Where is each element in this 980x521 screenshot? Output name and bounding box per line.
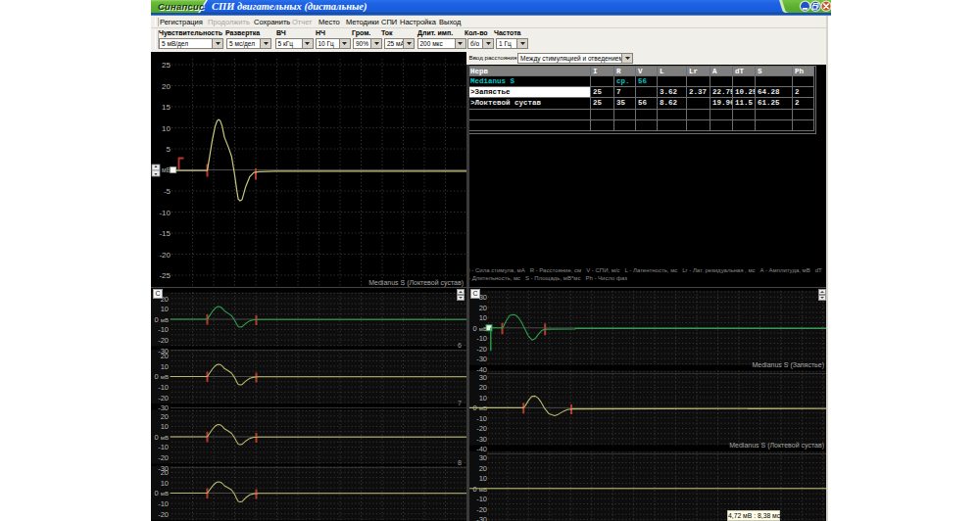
svg-text:10: 10 [479,394,487,403]
svg-text:20: 20 [162,82,171,91]
svg-text:-20: -20 [158,336,169,345]
svg-text:-10: -10 [159,209,171,217]
svg-text:20: 20 [161,352,169,360]
svg-text:мВ: мВ [162,166,171,173]
svg-text:10: 10 [479,474,487,483]
svg-text:-20: -20 [158,510,169,519]
svg-text:0 мВ: 0 мВ [155,315,169,324]
svg-text:10: 10 [161,362,169,371]
svg-text:-20: -20 [476,424,487,433]
svg-text:0 мВ: 0 мВ [155,489,169,497]
svg-text:0 мВ: 0 мВ [473,324,487,333]
svg-text:20: 20 [479,464,487,473]
svg-text:-10: -10 [158,383,169,392]
svg-text:30: 30 [479,373,487,382]
svg-text:-10: -10 [476,334,487,343]
svg-text:6: 6 [458,342,462,349]
svg-text:Medianus S (Локтевой сустав): Medianus S (Локтевой сустав) [368,279,464,287]
svg-text:-30: -30 [476,435,487,444]
svg-text:-30: -30 [476,515,487,521]
svg-text:-20: -20 [158,453,169,462]
svg-text:20: 20 [161,412,169,421]
svg-text:-20: -20 [158,394,169,403]
svg-text:10: 10 [161,422,169,431]
svg-text:20: 20 [161,468,169,477]
svg-text:-10: -10 [476,414,487,423]
svg-text:-15: -15 [159,229,171,238]
svg-text:-30: -30 [476,355,487,363]
svg-text:20: 20 [479,383,487,392]
svg-text:-10: -10 [158,443,169,451]
svg-text:-40: -40 [476,445,487,453]
svg-text:8: 8 [458,459,462,466]
svg-text:30: 30 [479,453,487,462]
svg-text:15: 15 [162,103,171,112]
svg-text:-20: -20 [476,505,487,514]
svg-text:5: 5 [167,145,172,154]
svg-text:0 мВ: 0 мВ [155,433,169,442]
svg-text:Medianus S (Локтевой сустав): Medianus S (Локтевой сустав) [729,442,824,450]
svg-text:-25: -25 [159,271,171,280]
svg-text:-20: -20 [476,345,487,354]
svg-text:25: 25 [162,61,171,70]
svg-text:10: 10 [161,479,169,488]
svg-text:-10: -10 [158,499,169,508]
svg-text:Medianus S (Запястье): Medianus S (Запястье) [752,361,824,369]
svg-text:-20: -20 [159,251,171,260]
svg-text:10: 10 [162,124,171,133]
svg-text:-5: -5 [164,187,172,196]
svg-text:10: 10 [161,305,169,313]
svg-text:7: 7 [458,400,462,406]
svg-text:-10: -10 [158,325,169,334]
svg-text:0 мВ: 0 мВ [155,372,169,381]
svg-text:10: 10 [479,313,487,322]
svg-text:-10: -10 [476,495,487,503]
svg-text:20: 20 [479,304,487,312]
